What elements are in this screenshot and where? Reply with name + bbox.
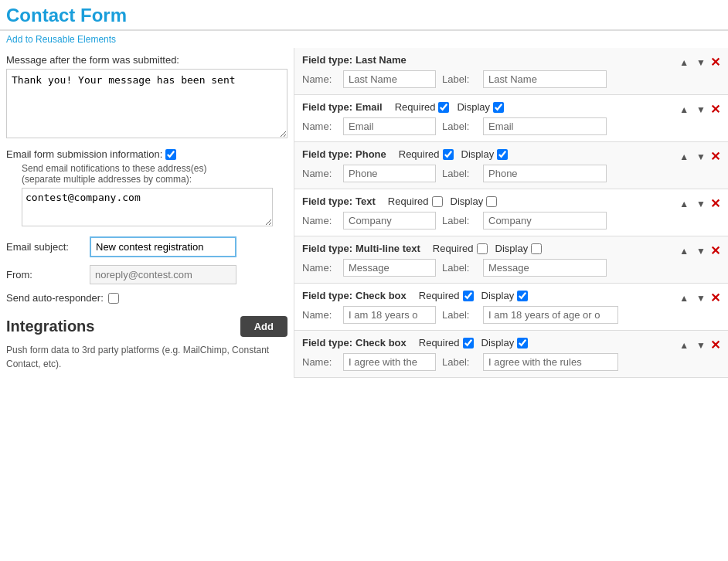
field-controls-5: ▲ ▼ ✕ (676, 291, 720, 305)
label-label-0: Label: (442, 73, 477, 85)
move-down-button-1[interactable]: ▼ (693, 103, 709, 117)
name-label-0: Name: (302, 73, 337, 85)
move-down-button-5[interactable]: ▼ (693, 291, 709, 305)
label-input-5[interactable] (483, 306, 618, 324)
from-label: From: (6, 269, 83, 280)
field-name-row-0: Name: Label: (302, 70, 720, 88)
field-block-checkbox-age: Field type: Check box Required Display ▲… (294, 284, 728, 331)
display-checkbox-1[interactable] (493, 102, 504, 113)
required-checkbox-3[interactable] (432, 196, 443, 207)
name-input-3[interactable] (343, 212, 436, 230)
display-checkbox-6[interactable] (517, 338, 528, 348)
field-controls-2: ▲ ▼ ✕ (676, 149, 720, 164)
field-type-value-3: Text (355, 196, 376, 207)
field-type-value-6: Check box (355, 337, 407, 348)
email-info-row: Email form submission information: (6, 148, 287, 160)
name-input-0[interactable] (343, 70, 436, 88)
move-up-button-3[interactable]: ▲ (676, 197, 692, 211)
move-down-button-2[interactable]: ▼ (693, 150, 709, 164)
display-checkbox-4[interactable] (531, 243, 542, 254)
move-up-button-0[interactable]: ▲ (676, 56, 692, 70)
field-block-text: Field type: Text Required Display ▲ ▼ ✕ … (294, 189, 728, 236)
required-checkbox-5[interactable] (463, 291, 474, 301)
required-checkbox-1[interactable] (438, 102, 449, 113)
field-type-label-4: Field type: (302, 243, 352, 254)
display-checkbox-2[interactable] (497, 149, 508, 160)
field-type-value-2: Phone (355, 148, 386, 160)
display-label-6: Display (481, 337, 515, 348)
move-up-button-6[interactable]: ▲ (676, 338, 692, 352)
field-type-row-multiline: Field type: Multi-line text Required Dis… (302, 243, 720, 259)
delete-button-6[interactable]: ✕ (710, 338, 720, 352)
name-input-2[interactable] (343, 165, 436, 182)
delete-button-2[interactable]: ✕ (710, 149, 720, 164)
label-input-6[interactable] (483, 353, 618, 371)
required-label-1: Required (395, 101, 436, 113)
email-info-label: Email form submission information: (6, 148, 162, 160)
move-down-button-3[interactable]: ▼ (693, 197, 709, 211)
required-checkbox-4[interactable] (477, 243, 488, 254)
display-checkbox-3[interactable] (486, 196, 497, 207)
display-checkbox-5[interactable] (517, 291, 528, 301)
label-input-1[interactable] (483, 117, 607, 135)
field-name-row-1: Name: Label: (302, 117, 720, 135)
field-type-label-2: Field type: (302, 148, 352, 160)
email-recipients-textarea[interactable]: contest@company.com (22, 188, 273, 226)
add-integration-button[interactable]: Add (240, 316, 287, 337)
field-type-row-email: Field type: Email Required Display ▲ ▼ ✕ (302, 101, 720, 117)
name-input-5[interactable] (343, 306, 436, 324)
field-name-row-6: Name: Label: (302, 353, 720, 371)
label-label-6: Label: (442, 356, 477, 368)
name-label-6: Name: (302, 356, 337, 368)
label-input-4[interactable] (483, 259, 607, 277)
delete-button-4[interactable]: ✕ (710, 243, 720, 258)
integrations-section: Integrations Add Push form data to 3rd p… (6, 316, 287, 371)
move-down-button-0[interactable]: ▼ (693, 56, 709, 70)
label-input-2[interactable] (483, 165, 607, 182)
name-input-6[interactable] (343, 353, 436, 371)
move-down-button-4[interactable]: ▼ (693, 244, 709, 258)
label-label-3: Label: (442, 215, 477, 226)
right-panel: Field type: Last Name ▲ ▼ ✕ Name: Label: (294, 48, 728, 378)
move-up-button-1[interactable]: ▲ (676, 103, 692, 117)
auto-responder-row: Send auto-responder: (6, 292, 287, 304)
required-checkbox-2[interactable] (443, 149, 454, 160)
name-input-1[interactable] (343, 117, 436, 135)
move-up-button-4[interactable]: ▲ (676, 244, 692, 258)
page-title: Contact Form (6, 5, 722, 26)
field-controls-6: ▲ ▼ ✕ (676, 338, 720, 352)
field-block-checkbox-agree: Field type: Check box Required Display ▲… (294, 331, 728, 378)
label-label-1: Label: (442, 121, 477, 132)
auto-responder-checkbox[interactable] (108, 293, 119, 304)
field-type-value-5: Check box (355, 290, 407, 301)
move-up-button-5[interactable]: ▲ (676, 291, 692, 305)
required-label-6: Required (419, 337, 460, 348)
integrations-desc: Push form data to 3rd party platforms (e… (6, 343, 287, 371)
delete-button-3[interactable]: ✕ (710, 196, 720, 211)
message-after-textarea[interactable]: Thank you! Your message has been sent (6, 69, 287, 138)
required-label-4: Required (433, 243, 474, 254)
field-type-row-checkbox-age: Field type: Check box Required Display ▲… (302, 290, 720, 306)
field-type-value-0: Last Name (355, 54, 407, 66)
delete-button-1[interactable]: ✕ (710, 102, 720, 117)
email-info-checkbox[interactable] (165, 149, 176, 160)
delete-button-5[interactable]: ✕ (710, 291, 720, 305)
move-up-button-2[interactable]: ▲ (676, 150, 692, 164)
delete-button-0[interactable]: ✕ (710, 55, 720, 70)
field-block-lastname: Field type: Last Name ▲ ▼ ✕ Name: Label: (294, 48, 728, 95)
add-reusable-link[interactable]: Add to Reusable Elements (0, 31, 122, 48)
move-down-button-6[interactable]: ▼ (693, 338, 709, 352)
required-checkbox-6[interactable] (463, 338, 474, 348)
label-input-3[interactable] (483, 212, 607, 230)
from-input[interactable] (90, 265, 236, 284)
field-controls-0: ▲ ▼ ✕ (676, 55, 720, 70)
field-block-email: Field type: Email Required Display ▲ ▼ ✕ (294, 95, 728, 142)
field-block-phone: Field type: Phone Required Display ▲ ▼ ✕ (294, 142, 728, 189)
field-name-row-2: Name: Label: (302, 165, 720, 182)
label-input-0[interactable] (483, 70, 607, 88)
name-input-4[interactable] (343, 259, 436, 277)
label-label-5: Label: (442, 309, 477, 321)
field-name-row-5: Name: Label: (302, 306, 720, 324)
field-controls-3: ▲ ▼ ✕ (676, 196, 720, 211)
email-subject-input[interactable] (90, 236, 236, 257)
